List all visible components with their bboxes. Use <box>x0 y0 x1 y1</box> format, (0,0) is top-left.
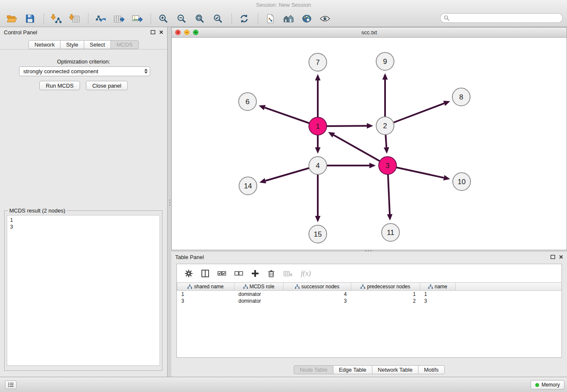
criterion-select[interactable]: strongly connected component <box>19 66 150 76</box>
edge-arrowhead <box>383 73 388 80</box>
node-label: 14 <box>244 182 252 190</box>
table-row[interactable]: 3dominator323 <box>177 298 562 304</box>
network-window-titlebar[interactable]: scc.txt <box>172 28 567 38</box>
import-network-button[interactable] <box>48 12 65 25</box>
export-network-button[interactable] <box>92 12 109 25</box>
select-spinner-icon <box>144 69 148 74</box>
column-sort-icon <box>187 284 192 289</box>
node-7[interactable]: 7 <box>309 53 327 71</box>
table-cell[interactable]: dominator <box>234 291 284 298</box>
plus-icon <box>251 270 259 277</box>
table-cell[interactable]: 2 <box>351 298 420 304</box>
gear-icon <box>184 269 193 278</box>
open-session-button[interactable] <box>3 12 20 25</box>
table-settings-button[interactable] <box>184 269 193 278</box>
network-document-button[interactable] <box>262 12 279 25</box>
table-cell[interactable]: 1 <box>420 291 456 298</box>
table-row[interactable]: 1dominator411 <box>177 291 562 298</box>
zoom-selected-button[interactable] <box>209 12 226 25</box>
column-header-successor-nodes[interactable]: successor nodes <box>284 283 351 291</box>
table-cell[interactable]: 1 <box>177 291 234 298</box>
graphics-details-button[interactable] <box>317 12 333 25</box>
export-image-button[interactable] <box>129 12 146 25</box>
export-table-icon <box>113 14 124 24</box>
node-3[interactable]: 3 <box>379 157 396 174</box>
column-header-predecessor-nodes[interactable]: predecessor nodes <box>351 283 420 291</box>
table-cell[interactable]: 3 <box>284 298 351 304</box>
import-table-button[interactable] <box>66 12 83 25</box>
show-columns-button[interactable] <box>201 269 209 278</box>
maximize-window-icon[interactable] <box>193 30 198 35</box>
table-cell-filler <box>456 291 562 298</box>
float-panel-icon[interactable] <box>151 30 155 34</box>
edge-2-8[interactable] <box>385 103 444 126</box>
control-panel: Control Panel NetworkStyleSelectMCDS Opt… <box>0 27 168 377</box>
delete-column-button[interactable] <box>267 269 275 278</box>
zoom-fit-button[interactable] <box>191 12 208 25</box>
tab-select[interactable]: Select <box>84 40 111 49</box>
node-14[interactable]: 14 <box>239 177 257 195</box>
open-folder-icon <box>6 14 17 24</box>
node-10[interactable]: 10 <box>453 173 471 190</box>
apply-layout-button[interactable] <box>236 12 253 25</box>
network-canvas[interactable]: 7968124314101511 <box>172 38 567 250</box>
tab-motifs[interactable]: Motifs <box>418 365 445 374</box>
node-1[interactable]: 1 <box>309 117 327 135</box>
node-2[interactable]: 2 <box>376 117 394 135</box>
export-table-button[interactable] <box>110 12 127 25</box>
memory-label: Memory <box>542 382 560 388</box>
search-icon <box>444 15 449 21</box>
criterion-selected-value: strongly connected component <box>23 68 98 75</box>
import-network-icon <box>51 14 62 24</box>
task-history-button[interactable] <box>5 381 17 389</box>
table-cell[interactable]: 3 <box>420 298 456 304</box>
mcds-result-box: MCDS result (2 nodes) 13 <box>4 207 162 371</box>
add-column-button[interactable] <box>251 270 259 277</box>
mcds-result-list[interactable]: 13 <box>7 215 160 366</box>
search-input[interactable] <box>451 15 559 21</box>
node-4[interactable]: 4 <box>309 157 327 174</box>
search-box[interactable] <box>440 13 563 23</box>
tab-network[interactable]: Network <box>28 40 61 49</box>
run-mcds-button[interactable]: Run MCDS <box>39 81 80 90</box>
tab-style[interactable]: Style <box>60 40 84 49</box>
column-header-mcds-role[interactable]: MCDS role <box>234 283 284 291</box>
mcds-result-line: 3 <box>10 224 157 230</box>
node-8[interactable]: 8 <box>452 88 470 106</box>
edge-arrowhead <box>315 74 321 80</box>
node-label: 10 <box>458 178 466 186</box>
window-titlebar: Session: New Session <box>0 0 567 10</box>
node-9[interactable]: 9 <box>376 52 394 70</box>
zoom-fit-icon <box>195 14 205 24</box>
node-6[interactable]: 6 <box>239 93 256 110</box>
float-panel-icon[interactable] <box>550 255 555 259</box>
deselect-all-rows-button[interactable] <box>234 270 243 277</box>
table-cell[interactable]: 3 <box>177 298 234 304</box>
zoom-in-button[interactable] <box>155 12 172 25</box>
close-panel-icon[interactable] <box>159 30 163 34</box>
tab-mcds[interactable]: MCDS <box>110 40 138 49</box>
vertical-splitter-handle[interactable] <box>168 197 171 207</box>
table-cell[interactable]: dominator <box>234 298 284 304</box>
table-cell[interactable]: 4 <box>284 291 351 298</box>
close-panel-button[interactable]: Close panel <box>86 81 128 90</box>
node-15[interactable]: 15 <box>309 225 327 243</box>
zoom-out-button[interactable] <box>173 12 190 25</box>
style-button[interactable] <box>298 12 315 25</box>
tab-edge-table[interactable]: Edge Table <box>333 365 372 374</box>
column-header-shared-name[interactable]: shared name <box>177 283 234 291</box>
save-session-button[interactable] <box>22 12 39 25</box>
memory-button[interactable]: Memory <box>531 380 564 389</box>
tab-network-table[interactable]: Network Table <box>372 365 418 374</box>
show-networks-button[interactable] <box>280 12 297 25</box>
tab-node-table[interactable]: Node Table <box>294 365 333 374</box>
select-all-rows-button[interactable] <box>217 270 226 277</box>
node-11[interactable]: 11 <box>382 224 399 241</box>
edge-arrowhead <box>315 216 321 222</box>
minimize-window-icon[interactable] <box>184 30 190 35</box>
refresh-icon <box>239 14 249 24</box>
close-panel-icon[interactable] <box>559 255 563 259</box>
table-cell[interactable]: 1 <box>351 291 420 298</box>
close-window-icon[interactable] <box>175 30 181 35</box>
column-header-name[interactable]: name <box>420 283 456 291</box>
